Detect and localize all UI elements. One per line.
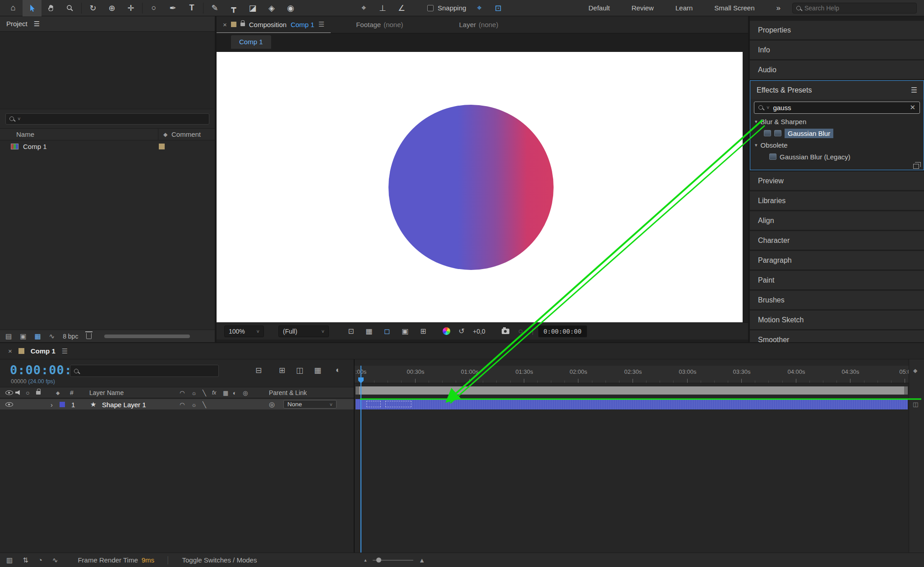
layer-color-swatch[interactable] [60, 402, 65, 407]
layer-collapse-toggle-icon[interactable]: ☼ [191, 401, 197, 408]
label-color-swatch[interactable] [159, 144, 165, 149]
brush-tool-icon[interactable]: ✎ [205, 0, 224, 16]
toggle-switches-modes-button[interactable]: Toggle Switches / Modes [182, 556, 257, 564]
comp-button-icon[interactable]: ◫ [913, 401, 918, 408]
lock-column-icon[interactable] [36, 391, 41, 395]
tab-composition[interactable]: × Composition Comp 1 ☰ [217, 16, 331, 33]
timeline-tab-title[interactable]: Comp 1 [31, 347, 55, 355]
clone-stamp-tool-icon[interactable]: ┳ [224, 0, 243, 16]
workspace-learn[interactable]: Learn [675, 4, 693, 12]
zoom-tool-icon[interactable] [60, 0, 79, 16]
axis-mode-local-icon[interactable]: ⌖ [354, 0, 373, 16]
effect-item-gaussian-blur-legacy[interactable]: Gaussian Blur (Legacy) [750, 151, 924, 163]
panel-tab-audio[interactable]: Audio [750, 60, 924, 79]
column-name[interactable]: Name [16, 130, 34, 138]
panel-tab-preview[interactable]: Preview [750, 172, 924, 190]
panel-tab-paragraph[interactable]: Paragraph [750, 251, 924, 270]
panel-tab-properties[interactable]: Properties [750, 21, 924, 39]
shy-switch-icon[interactable]: ◠ [180, 389, 185, 396]
snap-features-icon[interactable]: ⊡ [489, 0, 508, 16]
draft-3d-icon[interactable]: ⊞ [279, 366, 285, 375]
horizontal-scrollbar[interactable] [104, 335, 190, 338]
comp-marker-icon[interactable]: ◆ [913, 367, 917, 374]
panel-menu-icon[interactable]: ☰ [34, 20, 40, 28]
layer-row[interactable]: › 1 ★ Shape Layer 1 ◠ ☼ ╲ ◎ None ˅ [0, 399, 354, 409]
mask-visibility-icon[interactable]: ◻ [380, 327, 394, 335]
effects-panel-header[interactable]: Effects & Presets ☰ [750, 81, 924, 99]
panel-tab-info[interactable]: Info [750, 41, 924, 59]
panel-tab-brushes[interactable]: Brushes [750, 291, 924, 309]
effect-item-gaussian-blur[interactable]: Gaussian Blur [750, 127, 924, 139]
pan-behind-tool-icon[interactable]: ✛ [121, 0, 140, 16]
motion-blur-switch-icon[interactable]: ◐ [233, 389, 236, 396]
workspace-review[interactable]: Review [632, 4, 654, 12]
workspace-overflow-chevron[interactable]: » [776, 4, 781, 13]
playhead-line[interactable] [360, 366, 361, 553]
resolution-dropdown[interactable]: (Full) ˅ [278, 325, 329, 337]
video-column-eye-icon[interactable] [5, 390, 13, 395]
selection-tool-icon[interactable] [23, 0, 42, 16]
search-scope-caret-icon[interactable]: ˅ [767, 105, 769, 110]
panel-menu-icon[interactable]: ☰ [319, 20, 324, 28]
timeline-zoom-slider[interactable] [373, 560, 413, 561]
expand-chevron-icon[interactable]: › [51, 400, 53, 408]
panel-menu-icon[interactable]: ☰ [911, 86, 917, 94]
label-color-column-icon[interactable]: ◆ [56, 390, 60, 395]
search-help-box[interactable] [792, 3, 917, 14]
search-scope-caret-icon[interactable]: ˅ [18, 116, 20, 121]
type-tool-icon[interactable]: T [182, 0, 201, 16]
roto-brush-tool-icon[interactable]: ◈ [262, 0, 281, 16]
show-snapshot-icon[interactable]: ◌ [514, 327, 527, 335]
label-color-icon[interactable]: ◆ [163, 131, 167, 138]
composition-canvas[interactable] [217, 52, 743, 322]
layer-name[interactable]: Shape Layer 1 [102, 400, 146, 408]
zoom-in-mountain-icon[interactable]: ▲ [419, 557, 425, 564]
expand-collapse-icon[interactable]: ⇅ [23, 556, 28, 564]
panel-tab-motion-sketch[interactable]: Motion Sketch [750, 311, 924, 329]
preview-timecode[interactable]: 0:00:00:00 [538, 325, 587, 337]
pickwhip-icon[interactable]: ◎ [269, 400, 275, 409]
timeline-tracks-area[interactable]: :00s 00:30s 01:00s 01:30s 02:00s 02:30s … [354, 359, 909, 553]
panel-tab-paint[interactable]: Paint [750, 271, 924, 289]
live-update-icon[interactable]: ◔ [38, 556, 42, 564]
snap-edges-icon[interactable]: ⌖ [470, 0, 489, 16]
project-settings-icon[interactable]: ∿ [49, 332, 55, 340]
effects-group-blur-sharpen[interactable]: ▾ Blur & Sharpen [750, 116, 924, 127]
hide-shy-icon[interactable]: ◫ [296, 366, 303, 375]
grid-icon[interactable]: ⊞ [416, 327, 430, 335]
3d-switch-icon[interactable]: ◎ [243, 389, 248, 396]
frame-blend-icon[interactable]: ▦ [314, 366, 321, 375]
interpret-footage-icon[interactable]: ▤ [5, 332, 12, 340]
mini-flowchart-icon[interactable]: ⊟ [255, 366, 262, 375]
close-icon[interactable]: × [223, 21, 227, 28]
effects-group-obsolete[interactable]: ▾ Obsolete [750, 139, 924, 151]
search-help-input[interactable] [804, 5, 904, 12]
solo-column-icon[interactable]: ○ [26, 389, 29, 396]
project-search-input[interactable]: ˅ [5, 113, 209, 125]
shape-tool-icon[interactable]: ○ [144, 0, 163, 16]
magnification-dropdown[interactable]: 100% ˅ [224, 325, 264, 337]
home-icon[interactable]: ⌂ [4, 0, 23, 16]
timeline-search-input[interactable] [70, 365, 219, 377]
frame-blend-switch-icon[interactable]: ▦ [223, 389, 228, 396]
panel-tab-smoother[interactable]: Smoother [750, 330, 924, 342]
project-item-name[interactable]: Comp 1 [23, 143, 47, 150]
panel-menu-icon[interactable]: ☰ [62, 347, 68, 355]
rotation-tool-icon[interactable]: ↻ [83, 0, 102, 16]
panel-tab-character[interactable]: Character [750, 231, 924, 250]
eraser-tool-icon[interactable]: ◪ [243, 0, 262, 16]
orbit-camera-tool-icon[interactable]: ⊕ [102, 0, 121, 16]
lock-icon[interactable] [240, 23, 245, 26]
tab-footage[interactable]: Footage (none) [350, 21, 409, 28]
guides-icon[interactable]: ▣ [398, 327, 412, 335]
fx-switch-icon[interactable]: fx [212, 390, 216, 396]
region-of-interest-icon[interactable]: ⊡ [344, 327, 358, 335]
effect-item-label[interactable]: Gaussian Blur (Legacy) [780, 153, 850, 161]
work-area-bar[interactable] [356, 386, 908, 395]
audio-preview-icon[interactable]: ∿ [52, 556, 58, 564]
index-column-header[interactable]: # [70, 389, 74, 396]
layer-name-column-header[interactable]: Layer Name [89, 389, 124, 396]
parent-dropdown[interactable]: None ˅ [283, 400, 337, 409]
pen-tool-icon[interactable]: ✒ [163, 0, 182, 16]
motion-blur-icon[interactable]: ◐ [336, 366, 340, 375]
